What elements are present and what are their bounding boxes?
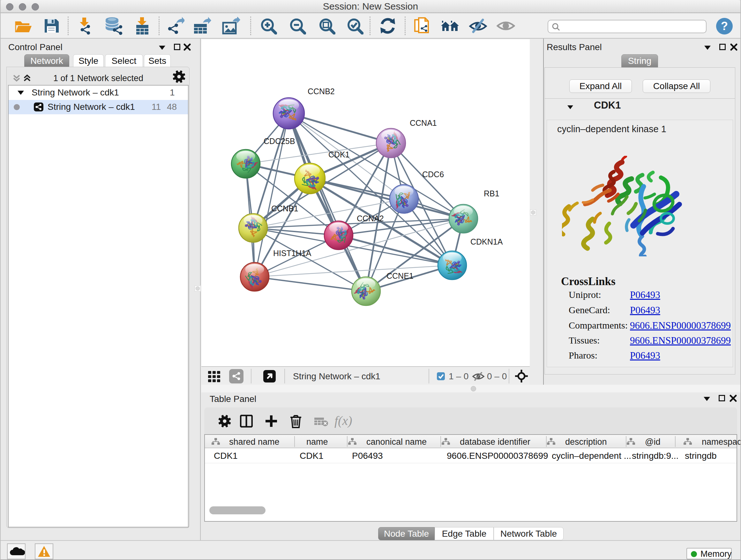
svg-text:CDK1: CDK1: [328, 150, 350, 159]
svg-text:CCNA1: CCNA1: [410, 118, 437, 127]
svg-text:CDKN1A: CDKN1A: [470, 237, 503, 246]
svg-text:CCNE1: CCNE1: [387, 271, 414, 280]
svg-text:CDC25B: CDC25B: [264, 137, 295, 145]
svg-text:CCNA2: CCNA2: [357, 214, 384, 223]
svg-text:CCNB1: CCNB1: [271, 204, 298, 213]
svg-text:HIST1H1A: HIST1H1A: [273, 249, 312, 258]
svg-text:RB1: RB1: [484, 189, 499, 198]
svg-text:CDC6: CDC6: [422, 170, 444, 179]
svg-text:CCNB2: CCNB2: [308, 87, 335, 96]
